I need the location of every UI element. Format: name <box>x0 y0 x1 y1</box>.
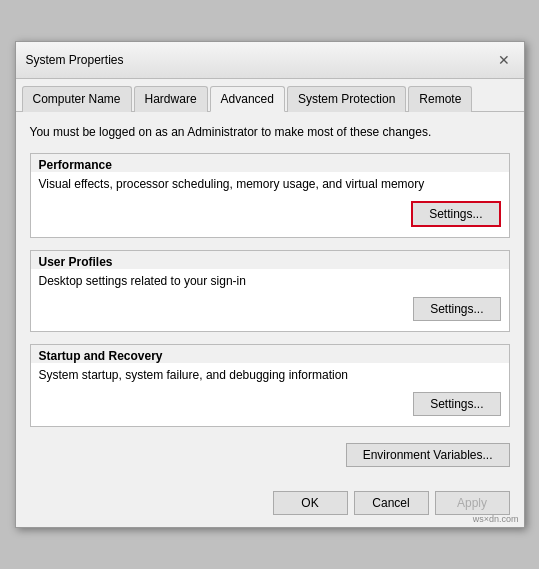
user-profiles-body: Desktop settings related to your sign-in… <box>31 269 509 332</box>
tab-system-protection[interactable]: System Protection <box>287 86 406 112</box>
performance-settings-button[interactable]: Settings... <box>411 201 500 227</box>
title-bar: System Properties ✕ <box>16 42 524 79</box>
window-title: System Properties <box>26 53 124 67</box>
startup-recovery-desc: System startup, system failure, and debu… <box>39 367 501 384</box>
tab-computer-name[interactable]: Computer Name <box>22 86 132 112</box>
tab-remote[interactable]: Remote <box>408 86 472 112</box>
system-properties-dialog: System Properties ✕ Computer Name Hardwa… <box>15 41 525 528</box>
user-profiles-settings-button[interactable]: Settings... <box>413 297 500 321</box>
user-profiles-header: User Profiles <box>31 251 509 269</box>
user-profiles-section: User Profiles Desktop settings related t… <box>30 250 510 333</box>
env-variables-row: Environment Variables... <box>30 439 510 473</box>
performance-header: Performance <box>31 154 509 172</box>
close-button[interactable]: ✕ <box>494 50 514 70</box>
startup-recovery-body: System startup, system failure, and debu… <box>31 363 509 426</box>
startup-recovery-btn-row: Settings... <box>39 392 501 416</box>
apply-button[interactable]: Apply <box>435 491 510 515</box>
tab-hardware[interactable]: Hardware <box>134 86 208 112</box>
ok-button[interactable]: OK <box>273 491 348 515</box>
startup-recovery-header: Startup and Recovery <box>31 345 509 363</box>
tab-bar: Computer Name Hardware Advanced System P… <box>16 79 524 112</box>
admin-notice: You must be logged on as an Administrato… <box>30 124 510 141</box>
startup-recovery-settings-button[interactable]: Settings... <box>413 392 500 416</box>
watermark: ws×dn.com <box>473 514 519 524</box>
cancel-button[interactable]: Cancel <box>354 491 429 515</box>
tab-content: You must be logged on as an Administrato… <box>16 112 524 485</box>
user-profiles-btn-row: Settings... <box>39 297 501 321</box>
tab-advanced[interactable]: Advanced <box>210 86 285 112</box>
bottom-buttons-bar: OK Cancel Apply <box>16 485 524 527</box>
startup-recovery-section: Startup and Recovery System startup, sys… <box>30 344 510 427</box>
performance-btn-row: Settings... <box>39 201 501 227</box>
environment-variables-button[interactable]: Environment Variables... <box>346 443 510 467</box>
performance-desc: Visual effects, processor scheduling, me… <box>39 176 501 193</box>
performance-section: Performance Visual effects, processor sc… <box>30 153 510 238</box>
performance-body: Visual effects, processor scheduling, me… <box>31 172 509 237</box>
user-profiles-desc: Desktop settings related to your sign-in <box>39 273 501 290</box>
